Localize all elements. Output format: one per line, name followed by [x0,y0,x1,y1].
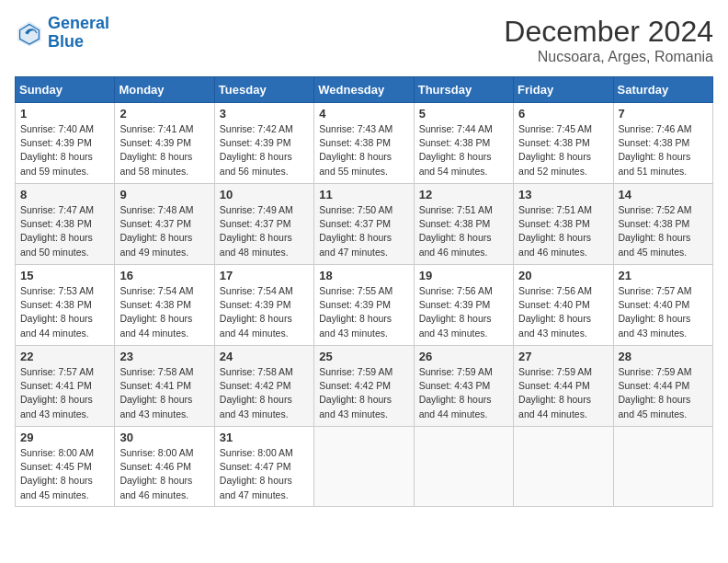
day-info: Sunrise: 7:40 AMSunset: 4:39 PMDaylight:… [20,122,109,178]
day-info: Sunrise: 7:42 AMSunset: 4:39 PMDaylight:… [220,122,309,178]
day-number: 10 [220,188,309,201]
calendar-cell: 16Sunrise: 7:54 AMSunset: 4:38 PMDayligh… [115,265,214,346]
day-number: 15 [20,269,109,282]
day-info: Sunrise: 7:57 AMSunset: 4:41 PMDaylight:… [20,365,109,421]
day-info: Sunrise: 8:00 AMSunset: 4:47 PMDaylight:… [220,446,309,502]
day-number: 21 [619,269,708,282]
day-number: 26 [419,350,508,363]
day-number: 18 [319,269,408,282]
calendar-cell [613,427,712,507]
calendar-cell: 1Sunrise: 7:40 AMSunset: 4:39 PMDaylight… [16,103,115,184]
calendar-cell: 14Sunrise: 7:52 AMSunset: 4:38 PMDayligh… [613,184,712,265]
calendar-cell [414,427,513,507]
calendar-header-row: SundayMondayTuesdayWednesdayThursdayFrid… [16,77,713,103]
day-of-week-header: Friday [514,77,613,103]
calendar-cell: 24Sunrise: 7:58 AMSunset: 4:42 PMDayligh… [214,346,313,427]
day-number: 31 [220,431,309,444]
calendar-cell: 19Sunrise: 7:56 AMSunset: 4:39 PMDayligh… [414,265,513,346]
day-number: 27 [518,350,608,363]
day-number: 24 [220,350,309,363]
logo-icon [15,18,44,48]
day-info: Sunrise: 7:45 AMSunset: 4:38 PMDaylight:… [518,122,608,178]
calendar-table: SundayMondayTuesdayWednesdayThursdayFrid… [15,76,713,507]
logo: General Blue [15,15,109,52]
day-number: 20 [518,269,608,282]
day-number: 22 [20,350,109,363]
calendar-cell: 26Sunrise: 7:59 AMSunset: 4:43 PMDayligh… [414,346,513,427]
calendar-cell: 12Sunrise: 7:51 AMSunset: 4:38 PMDayligh… [414,184,513,265]
day-info: Sunrise: 7:54 AMSunset: 4:39 PMDaylight:… [220,284,309,340]
calendar-cell [314,427,414,507]
logo-text: General Blue [48,15,109,52]
day-info: Sunrise: 7:59 AMSunset: 4:42 PMDaylight:… [319,365,408,421]
calendar-cell: 2Sunrise: 7:41 AMSunset: 4:39 PMDaylight… [115,103,214,184]
calendar-cell: 6Sunrise: 7:45 AMSunset: 4:38 PMDaylight… [514,103,613,184]
day-info: Sunrise: 7:54 AMSunset: 4:38 PMDaylight:… [119,284,209,340]
day-info: Sunrise: 8:00 AMSunset: 4:45 PMDaylight:… [20,446,109,502]
calendar-cell: 29Sunrise: 8:00 AMSunset: 4:45 PMDayligh… [16,427,115,507]
calendar-cell: 13Sunrise: 7:51 AMSunset: 4:38 PMDayligh… [514,184,613,265]
calendar-cell: 20Sunrise: 7:56 AMSunset: 4:40 PMDayligh… [514,265,613,346]
day-of-week-header: Thursday [414,77,513,103]
day-of-week-header: Sunday [16,77,115,103]
day-number: 9 [119,188,209,201]
day-info: Sunrise: 7:55 AMSunset: 4:39 PMDaylight:… [319,284,408,340]
calendar-cell: 31Sunrise: 8:00 AMSunset: 4:47 PMDayligh… [214,427,313,507]
day-info: Sunrise: 7:48 AMSunset: 4:37 PMDaylight:… [119,203,209,259]
day-number: 23 [119,350,209,363]
day-info: Sunrise: 7:53 AMSunset: 4:38 PMDaylight:… [20,284,109,340]
day-info: Sunrise: 7:52 AMSunset: 4:38 PMDaylight:… [619,203,708,259]
calendar-cell: 28Sunrise: 7:59 AMSunset: 4:44 PMDayligh… [613,346,712,427]
day-info: Sunrise: 7:44 AMSunset: 4:38 PMDaylight:… [419,122,508,178]
calendar-cell [514,427,613,507]
calendar-cell: 15Sunrise: 7:53 AMSunset: 4:38 PMDayligh… [16,265,115,346]
day-number: 25 [319,350,408,363]
calendar-cell: 25Sunrise: 7:59 AMSunset: 4:42 PMDayligh… [314,346,414,427]
calendar-cell: 4Sunrise: 7:43 AMSunset: 4:38 PMDaylight… [314,103,414,184]
day-info: Sunrise: 7:56 AMSunset: 4:39 PMDaylight:… [419,284,508,340]
svg-marker-0 [17,21,41,46]
calendar-cell: 17Sunrise: 7:54 AMSunset: 4:39 PMDayligh… [214,265,313,346]
day-number: 2 [119,107,209,121]
day-number: 3 [220,107,309,121]
calendar-cell: 5Sunrise: 7:44 AMSunset: 4:38 PMDaylight… [414,103,513,184]
day-number: 16 [119,269,209,282]
day-info: Sunrise: 7:49 AMSunset: 4:37 PMDaylight:… [220,203,309,259]
calendar-cell: 9Sunrise: 7:48 AMSunset: 4:37 PMDaylight… [115,184,214,265]
day-of-week-header: Monday [115,77,214,103]
day-info: Sunrise: 8:00 AMSunset: 4:46 PMDaylight:… [119,446,209,502]
day-number: 8 [20,188,109,201]
calendar-cell: 18Sunrise: 7:55 AMSunset: 4:39 PMDayligh… [314,265,414,346]
day-number: 1 [20,107,109,121]
calendar-cell: 7Sunrise: 7:46 AMSunset: 4:38 PMDaylight… [613,103,712,184]
day-number: 7 [619,107,708,121]
day-info: Sunrise: 7:56 AMSunset: 4:40 PMDaylight:… [518,284,608,340]
calendar-cell: 10Sunrise: 7:49 AMSunset: 4:37 PMDayligh… [214,184,313,265]
day-number: 4 [319,107,408,121]
day-info: Sunrise: 7:59 AMSunset: 4:43 PMDaylight:… [419,365,508,421]
day-of-week-header: Tuesday [214,77,313,103]
day-of-week-header: Saturday [613,77,712,103]
day-info: Sunrise: 7:58 AMSunset: 4:42 PMDaylight:… [220,365,309,421]
title-block: December 2024 Nucsoara, Arges, Romania [504,15,713,65]
day-info: Sunrise: 7:59 AMSunset: 4:44 PMDaylight:… [619,365,708,421]
month-title: December 2024 [504,15,713,49]
day-number: 17 [220,269,309,282]
day-of-week-header: Wednesday [314,77,414,103]
calendar-cell: 27Sunrise: 7:59 AMSunset: 4:44 PMDayligh… [514,346,613,427]
day-number: 5 [419,107,508,121]
day-info: Sunrise: 7:58 AMSunset: 4:41 PMDaylight:… [119,365,209,421]
day-number: 28 [619,350,708,363]
day-info: Sunrise: 7:57 AMSunset: 4:40 PMDaylight:… [619,284,708,340]
day-info: Sunrise: 7:59 AMSunset: 4:44 PMDaylight:… [518,365,608,421]
day-number: 29 [20,431,109,444]
location: Nucsoara, Arges, Romania [504,49,713,65]
calendar-cell: 3Sunrise: 7:42 AMSunset: 4:39 PMDaylight… [214,103,313,184]
day-number: 6 [518,107,608,121]
day-number: 19 [419,269,508,282]
page-header: General Blue December 2024 Nucsoara, Arg… [15,15,713,65]
calendar-cell: 21Sunrise: 7:57 AMSunset: 4:40 PMDayligh… [613,265,712,346]
calendar-cell: 23Sunrise: 7:58 AMSunset: 4:41 PMDayligh… [115,346,214,427]
day-info: Sunrise: 7:43 AMSunset: 4:38 PMDaylight:… [319,122,408,178]
calendar-cell: 22Sunrise: 7:57 AMSunset: 4:41 PMDayligh… [16,346,115,427]
